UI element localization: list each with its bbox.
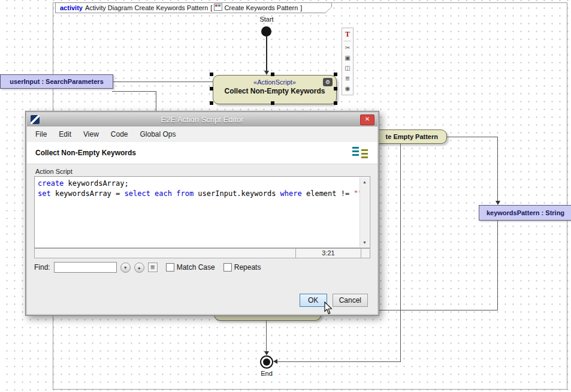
initial-node[interactable] bbox=[261, 26, 271, 37]
code-line-2: set keywordsArray = select each from use… bbox=[38, 189, 357, 199]
end-node-label: End bbox=[253, 370, 280, 377]
selection-handle[interactable] bbox=[334, 73, 337, 76]
code-editor-panel: create keywordsArray;set keywordsArray =… bbox=[34, 176, 370, 248]
object-node-userinput-label: userInput : SearchParameters bbox=[10, 78, 104, 85]
frame-title-bracket-close: ] bbox=[300, 4, 302, 11]
menu-bar: File Edit View Code Global Ops bbox=[27, 126, 377, 142]
code-token: select each from bbox=[125, 189, 194, 198]
caret-position-indicator: 3:21 bbox=[295, 248, 361, 258]
e2e-logo-icon bbox=[351, 146, 369, 159]
object-node-keywordspattern[interactable]: keywordsPattern : String bbox=[479, 205, 571, 221]
code-token: "" bbox=[354, 189, 359, 198]
ok-button[interactable]: OK bbox=[300, 294, 327, 307]
selection-handle[interactable] bbox=[271, 101, 274, 105]
find-previous-button[interactable]: ▴ bbox=[134, 263, 144, 273]
edge-userinput-branch-h[interactable] bbox=[112, 91, 156, 92]
repeats-label: Repeats bbox=[234, 263, 261, 272]
code-token: set bbox=[38, 189, 51, 198]
find-options-icon[interactable]: ≣ bbox=[148, 263, 158, 272]
panel-tool-icon[interactable]: ◫ bbox=[343, 63, 352, 73]
shape-tool-icon[interactable]: ▣ bbox=[343, 53, 352, 63]
action-name: Collect Non-Empty Keywords bbox=[213, 87, 336, 95]
match-case-group: Match Case bbox=[166, 263, 215, 272]
find-bar: Find: ▾ ▴ ≣ Match Case Repeats bbox=[34, 262, 370, 273]
edge-right-vertical-1[interactable] bbox=[400, 144, 401, 362]
find-input[interactable] bbox=[54, 262, 117, 273]
edge-userinput-to-action[interactable] bbox=[112, 82, 213, 82]
edge-keywordspattern-down[interactable] bbox=[497, 219, 498, 310]
edge-to-end-h[interactable] bbox=[276, 361, 400, 362]
action-script-panel-title: Action Script bbox=[35, 168, 370, 175]
actionscript-badge-icon[interactable]: ⚙ bbox=[323, 78, 333, 86]
mouse-cursor bbox=[324, 301, 333, 315]
action-node-collect-keywords[interactable]: «ActionScript» Collect Non-Empty Keyword… bbox=[213, 75, 337, 104]
object-node-keywordspattern-label: keywordsPattern : String bbox=[487, 209, 564, 216]
vertical-scrollbar[interactable]: ▲ ▼ bbox=[359, 177, 369, 247]
action-script-editor-dialog: E2E Action Script Editor ✕ File Edit Vie… bbox=[25, 111, 379, 316]
selection-handle[interactable] bbox=[210, 73, 213, 76]
diagram-side-toolbar: T ✂ ▣ ◫ ≣ ◉ bbox=[342, 28, 354, 95]
text-tool-icon[interactable]: T bbox=[343, 29, 352, 40]
selection-handle[interactable] bbox=[334, 87, 337, 91]
code-editor[interactable]: create keywordsArray;set keywordsArray =… bbox=[35, 177, 359, 247]
diagram-icon bbox=[214, 4, 222, 11]
edge-start-to-action[interactable] bbox=[266, 37, 267, 71]
scroll-down-button[interactable]: ▼ bbox=[360, 238, 369, 247]
code-line-1: create keywordsArray; bbox=[38, 179, 357, 189]
menu-view[interactable]: View bbox=[83, 130, 99, 138]
selection-handle[interactable] bbox=[210, 101, 213, 105]
code-token: where bbox=[280, 189, 302, 198]
selection-handle[interactable] bbox=[210, 87, 213, 91]
find-next-button[interactable]: ▾ bbox=[120, 263, 131, 273]
menu-global-ops[interactable]: Global Ops bbox=[140, 130, 176, 138]
edge-to-keywordspattern-h[interactable] bbox=[447, 137, 497, 137]
arrowhead bbox=[496, 201, 500, 205]
code-token: element != bbox=[302, 189, 354, 198]
code-token: keywordsArray = bbox=[51, 189, 125, 198]
frame-title-keyword: activity bbox=[60, 4, 83, 11]
diagram-canvas: activityActivity Diagram Create Keywords… bbox=[0, 0, 571, 392]
edge-right-horizontal[interactable] bbox=[379, 310, 498, 310]
edge-action-to-end[interactable] bbox=[266, 318, 267, 351]
action-stereotype: «ActionScript» bbox=[213, 79, 336, 86]
final-node[interactable] bbox=[260, 355, 273, 369]
dialog-header: Collect Non-Empty Keywords bbox=[27, 142, 377, 164]
match-case-label: Match Case bbox=[177, 263, 215, 272]
partial-action-name: te Empty Pattern bbox=[386, 133, 438, 140]
scissors-icon[interactable]: ✂ bbox=[343, 43, 352, 53]
close-button[interactable]: ✕ bbox=[360, 114, 374, 125]
menu-code[interactable]: Code bbox=[111, 130, 128, 138]
find-label: Find: bbox=[34, 263, 50, 272]
repeats-checkbox[interactable] bbox=[223, 263, 232, 272]
frame-title-bracket-open: [ bbox=[210, 4, 212, 11]
start-node-label: Start bbox=[253, 16, 280, 23]
code-token: keywordsArray; bbox=[64, 179, 128, 188]
target-tool-icon[interactable]: ◉ bbox=[343, 83, 352, 94]
list-tool-icon[interactable]: ≣ bbox=[343, 73, 352, 83]
menu-file[interactable]: File bbox=[35, 130, 47, 138]
frame-title-name: Activity Diagram Create Keywords Pattern bbox=[85, 4, 208, 11]
match-case-checkbox[interactable] bbox=[166, 263, 174, 272]
edge-to-keywordspattern-v[interactable] bbox=[497, 137, 498, 201]
status-message-cell bbox=[34, 248, 296, 258]
code-token: userInput.keywords bbox=[194, 189, 280, 198]
frame-title: activityActivity Diagram Create Keywords… bbox=[60, 4, 302, 11]
edge-userinput-branch-v[interactable] bbox=[156, 91, 156, 111]
repeats-group: Repeats bbox=[223, 263, 261, 272]
dialog-title: E2E Action Script Editor bbox=[27, 115, 377, 124]
app-icon bbox=[31, 115, 40, 124]
toolbar-divider bbox=[344, 41, 351, 41]
cancel-button[interactable]: Cancel bbox=[333, 294, 368, 307]
scroll-up-button[interactable]: ▲ bbox=[360, 177, 369, 186]
arrowhead bbox=[264, 351, 269, 355]
menu-edit[interactable]: Edit bbox=[59, 130, 71, 138]
dialog-titlebar[interactable]: E2E Action Script Editor ✕ bbox=[27, 113, 377, 126]
selection-handle[interactable] bbox=[271, 73, 274, 76]
dialog-section: Action Script create keywordsArray;set k… bbox=[27, 164, 377, 314]
arrowhead bbox=[273, 359, 277, 364]
code-token: create bbox=[38, 179, 64, 188]
object-node-userinput[interactable]: userInput : SearchParameters bbox=[0, 74, 113, 89]
selection-handle[interactable] bbox=[334, 101, 337, 105]
script-name-title: Collect Non-Empty Keywords bbox=[35, 149, 136, 157]
dialog-button-row: OK Cancel bbox=[34, 294, 370, 307]
